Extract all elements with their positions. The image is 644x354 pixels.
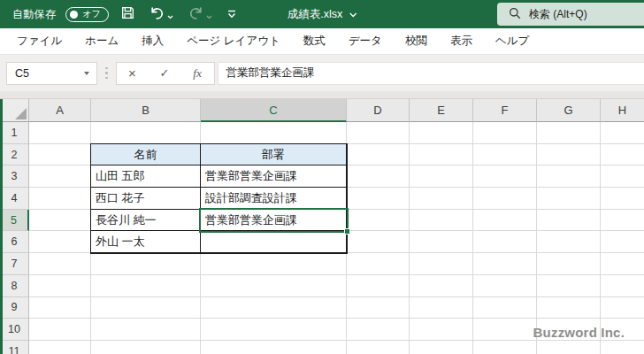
- cell-H1[interactable]: [601, 122, 644, 144]
- cell-D6[interactable]: [347, 231, 410, 253]
- tab-file[interactable]: ファイル: [5, 34, 73, 49]
- column-header-A[interactable]: A: [29, 99, 91, 122]
- cell-A9[interactable]: [29, 297, 91, 319]
- cell-H2[interactable]: [601, 144, 644, 166]
- cell-F2[interactable]: [473, 144, 537, 166]
- cell-B9[interactable]: [91, 297, 201, 319]
- row-header-8[interactable]: 8: [0, 275, 29, 297]
- cell-H3[interactable]: [601, 165, 644, 188]
- column-header-D[interactable]: D: [347, 99, 410, 122]
- cell-A1[interactable]: [29, 122, 91, 144]
- cell-H7[interactable]: [601, 253, 644, 275]
- cell-A8[interactable]: [29, 275, 91, 297]
- cell-G5[interactable]: [537, 210, 601, 232]
- cell-C10[interactable]: [201, 319, 347, 341]
- cell-C11[interactable]: [201, 341, 347, 354]
- column-header-G[interactable]: G: [537, 99, 601, 122]
- row-header-2[interactable]: 2: [0, 144, 29, 166]
- cell-G3[interactable]: [537, 165, 601, 188]
- cell-C5-selected[interactable]: 営業部営業企画課: [201, 210, 347, 232]
- cell-G8[interactable]: [537, 275, 601, 297]
- cell-B3[interactable]: 山田 五郎: [91, 165, 201, 188]
- cell-D2[interactable]: [347, 144, 410, 166]
- cell-B6[interactable]: 外山 一太: [91, 231, 201, 253]
- cell-E1[interactable]: [410, 122, 473, 144]
- tab-data[interactable]: データ: [337, 34, 394, 49]
- tab-insert[interactable]: 挿入: [130, 34, 175, 49]
- cell-C8[interactable]: [201, 275, 347, 297]
- undo-button[interactable]: [147, 4, 176, 24]
- tab-page-layout[interactable]: ページ レイアウト: [175, 34, 292, 49]
- cell-E5[interactable]: [410, 210, 473, 232]
- cell-G7[interactable]: [537, 253, 601, 275]
- row-header-5[interactable]: 5: [0, 210, 29, 232]
- tab-formulas[interactable]: 数式: [292, 34, 337, 49]
- cell-E4[interactable]: [410, 188, 473, 210]
- autosave-toggle[interactable]: オフ: [65, 7, 108, 22]
- cell-B2[interactable]: 名前: [91, 144, 201, 166]
- column-header-C[interactable]: C: [201, 99, 347, 122]
- customize-quick-access-toolbar-button[interactable]: [225, 6, 239, 23]
- cell-E11[interactable]: [410, 341, 473, 354]
- cell-D3[interactable]: [347, 165, 410, 188]
- cell-G1[interactable]: [537, 122, 601, 144]
- cell-A11[interactable]: [29, 341, 91, 354]
- cell-D10[interactable]: [347, 319, 410, 341]
- cell-H11[interactable]: [601, 341, 644, 354]
- cell-F5[interactable]: [473, 210, 537, 232]
- row-header-10[interactable]: 10: [0, 319, 29, 341]
- cell-B4[interactable]: 西口 花子: [91, 188, 201, 210]
- row-header-6[interactable]: 6: [0, 231, 29, 253]
- cell-F3[interactable]: [473, 165, 537, 188]
- cell-E10[interactable]: [410, 319, 473, 341]
- row-header-9[interactable]: 9: [0, 297, 29, 319]
- cell-B11[interactable]: [91, 341, 201, 354]
- cell-A6[interactable]: [29, 231, 91, 253]
- cell-G6[interactable]: [537, 231, 601, 253]
- cell-F8[interactable]: [473, 275, 537, 297]
- tab-view[interactable]: 表示: [439, 34, 484, 49]
- tab-help[interactable]: ヘルプ: [484, 34, 540, 49]
- redo-button[interactable]: [186, 4, 215, 24]
- cell-C9[interactable]: [201, 297, 347, 319]
- cell-G2[interactable]: [537, 144, 601, 166]
- row-header-1[interactable]: 1: [0, 122, 29, 144]
- cell-G4[interactable]: [537, 188, 601, 210]
- cell-E3[interactable]: [410, 165, 473, 188]
- select-all-button[interactable]: [0, 99, 29, 122]
- cancel-button[interactable]: ×: [128, 66, 136, 80]
- cell-H5[interactable]: [601, 210, 644, 232]
- cell-F1[interactable]: [473, 122, 537, 144]
- cell-E9[interactable]: [410, 297, 473, 319]
- cell-D8[interactable]: [347, 275, 410, 297]
- column-header-E[interactable]: E: [410, 99, 473, 122]
- row-header-11[interactable]: 11: [0, 341, 29, 354]
- cell-A3[interactable]: [29, 165, 91, 188]
- cell-C2[interactable]: 部署: [201, 144, 347, 166]
- cell-D1[interactable]: [347, 122, 410, 144]
- cell-H4[interactable]: [601, 188, 644, 210]
- cell-G9[interactable]: [537, 297, 601, 319]
- cell-A7[interactable]: [29, 253, 91, 275]
- cell-C6[interactable]: [201, 231, 347, 253]
- cell-A5[interactable]: [29, 210, 91, 232]
- enter-button[interactable]: ✓: [160, 67, 170, 79]
- cell-B10[interactable]: [91, 319, 201, 341]
- row-header-3[interactable]: 3: [0, 165, 29, 188]
- cell-F4[interactable]: [473, 188, 537, 210]
- cell-E8[interactable]: [410, 275, 473, 297]
- cell-A4[interactable]: [29, 188, 91, 210]
- cell-E6[interactable]: [410, 231, 473, 253]
- tab-home[interactable]: ホーム: [73, 34, 130, 49]
- cell-F11[interactable]: [473, 341, 537, 354]
- cell-D9[interactable]: [347, 297, 410, 319]
- cell-H9[interactable]: [601, 297, 644, 319]
- row-header-7[interactable]: 7: [0, 253, 29, 275]
- cell-A10[interactable]: [29, 319, 91, 341]
- cell-G11[interactable]: [537, 341, 601, 354]
- cell-H8[interactable]: [601, 275, 644, 297]
- cell-C4[interactable]: 設計部調査設計課: [201, 188, 347, 210]
- cell-B7[interactable]: [91, 253, 201, 275]
- cell-F6[interactable]: [473, 231, 537, 253]
- cell-D7[interactable]: [347, 253, 410, 275]
